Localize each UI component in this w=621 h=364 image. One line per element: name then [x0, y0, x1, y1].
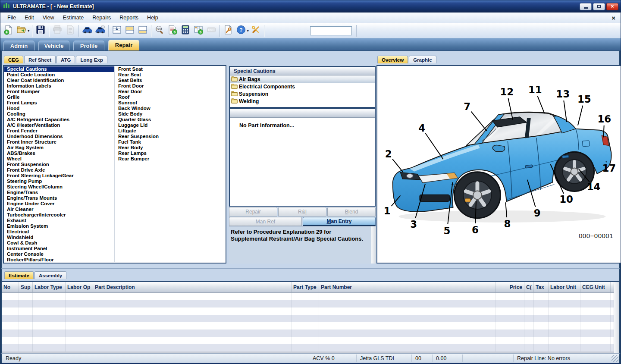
- folder-welding[interactable]: Welding: [230, 97, 375, 105]
- tab-overview[interactable]: Overview: [377, 56, 408, 63]
- calculator-button[interactable]: [179, 25, 191, 37]
- category-information-labels[interactable]: Information Labels: [4, 83, 114, 89]
- column-part-type[interactable]: Part Type: [292, 282, 319, 292]
- category-liftgate[interactable]: Liftgate: [116, 128, 225, 134]
- category-windshield[interactable]: Windshield: [4, 235, 114, 240]
- new-estimate-button[interactable]: [3, 25, 15, 37]
- callout-12[interactable]: 12: [500, 86, 514, 97]
- category-rear-seat[interactable]: Rear Seat: [116, 72, 225, 78]
- callout-8[interactable]: 8: [504, 218, 511, 229]
- category-front-lamps[interactable]: Front Lamps: [4, 100, 114, 106]
- note-scrollbar[interactable]: [371, 226, 376, 264]
- callout-3[interactable]: 3: [410, 219, 417, 230]
- tab-estimate[interactable]: Estimate: [4, 271, 34, 279]
- category-a-c-refrigerant-capacities[interactable]: A/C Refrigerant Capacities: [4, 117, 114, 122]
- column-no[interactable]: No: [2, 282, 19, 292]
- close-button[interactable]: ×: [606, 3, 618, 10]
- callout-5[interactable]: 5: [444, 225, 451, 236]
- minimize-button[interactable]: [580, 3, 592, 10]
- category-engine-trans[interactable]: Engine/Trans: [4, 190, 114, 195]
- toolbar-input[interactable]: [310, 26, 352, 35]
- category-front-steering-linkage-gear[interactable]: Front Steering Linkage/Gear: [4, 173, 114, 179]
- tab-ceg[interactable]: CEG: [4, 56, 23, 63]
- manual-entry-button[interactable]: [222, 25, 234, 37]
- category-seat-belts[interactable]: Seat Belts: [116, 78, 225, 83]
- category-fuel-tank[interactable]: Fuel Tank: [116, 139, 225, 145]
- estimate-row[interactable]: [2, 315, 614, 322]
- help-button[interactable]: ?: [235, 25, 247, 37]
- category-front-suspension[interactable]: Front Suspension: [4, 162, 114, 167]
- category-rear-lamps[interactable]: Rear Lamps: [116, 151, 225, 156]
- tab-ref-sheet[interactable]: Ref Sheet: [24, 56, 56, 63]
- category-instrument-panel[interactable]: Instrument Panel: [4, 246, 114, 251]
- category-front-door[interactable]: Front Door: [116, 83, 225, 89]
- category-air-bag-system[interactable]: Air Bag System: [4, 145, 114, 151]
- menu-help[interactable]: Help: [143, 13, 163, 22]
- category-front-drive-axle[interactable]: Front Drive Axle: [4, 167, 114, 173]
- estimate-row[interactable]: [2, 322, 614, 329]
- category-electrical[interactable]: Electrical: [4, 229, 114, 235]
- estimate-row[interactable]: [2, 344, 614, 351]
- category-center-console[interactable]: Center Console: [4, 251, 114, 257]
- category-rear-body[interactable]: Rear Body: [116, 145, 225, 151]
- tab-repair[interactable]: Repair: [108, 40, 139, 50]
- column-part-number[interactable]: Part Number: [319, 282, 496, 292]
- column-tax[interactable]: Tax: [534, 282, 549, 292]
- close-document-icon[interactable]: ×: [612, 14, 615, 22]
- category-side-body[interactable]: Side Body: [116, 111, 225, 117]
- category-rear-bumper[interactable]: Rear Bumper: [116, 156, 225, 162]
- category-emission-system[interactable]: Emission System: [4, 223, 114, 229]
- category-grille[interactable]: Grille: [4, 94, 114, 100]
- tab-graphic[interactable]: Graphic: [409, 56, 436, 63]
- column-labor-op[interactable]: Labor Op: [66, 282, 93, 292]
- callout-1[interactable]: 1: [384, 205, 391, 217]
- callout-14[interactable]: 14: [587, 181, 601, 192]
- category-exhaust[interactable]: Exhaust: [4, 218, 114, 223]
- column-part-description[interactable]: Part Description: [93, 282, 292, 292]
- tab-long-exp[interactable]: Long Exp: [76, 56, 107, 63]
- category-front-bumper[interactable]: Front Bumper: [4, 89, 114, 94]
- category-front-fender[interactable]: Front Fender: [4, 128, 114, 134]
- callout-11[interactable]: 11: [528, 84, 542, 95]
- column-ceg-unit[interactable]: CEG Unit: [580, 282, 611, 292]
- resize-grip[interactable]: [612, 355, 618, 362]
- category-engine-trans-mounts[interactable]: Engine/Trans Mounts: [4, 195, 114, 201]
- save-estimate-button[interactable]: [34, 25, 47, 37]
- category-paint-code-location[interactable]: Paint Code Location: [4, 72, 114, 78]
- category-engine-under-cover[interactable]: Engine Under Cover: [4, 201, 114, 207]
- vehicle-info-button[interactable]: [94, 25, 106, 37]
- callout-17[interactable]: 17: [602, 163, 616, 174]
- totals-button[interactable]: $: [192, 25, 204, 37]
- category-steering-pump[interactable]: Steering Pump: [4, 179, 114, 184]
- category-a-c-heater-ventilation[interactable]: A/C /Heater/Ventilation: [4, 122, 114, 128]
- menu-file[interactable]: File: [3, 13, 20, 22]
- category-air-cleaner[interactable]: Air Cleaner: [4, 207, 114, 212]
- window-split-button[interactable]: [111, 25, 123, 37]
- category-roof[interactable]: Roof: [116, 94, 225, 100]
- folder-electrical-components[interactable]: Electrical Components: [230, 83, 375, 90]
- category-rear-suspension[interactable]: Rear Suspension: [116, 134, 225, 139]
- category-cooling[interactable]: Cooling: [4, 111, 114, 117]
- category-abs-brakes[interactable]: ABS/Brakes: [4, 151, 114, 156]
- open-estimate-button[interactable]: [16, 25, 28, 37]
- category-hood[interactable]: Hood: [4, 106, 114, 111]
- menu-reports[interactable]: Reports: [115, 13, 143, 22]
- menu-view[interactable]: View: [38, 13, 59, 22]
- column-labor-type[interactable]: Labor Type: [33, 282, 66, 292]
- callout-9[interactable]: 9: [534, 207, 541, 219]
- menu-repairs[interactable]: Repairs: [88, 13, 115, 22]
- tab-vehicle[interactable]: Vehicle: [38, 41, 69, 50]
- category-steering-wheel-column[interactable]: Steering Wheel/Column: [4, 184, 114, 190]
- man-entry-button[interactable]: Man Entry: [303, 217, 376, 226]
- tab-admin[interactable]: Admin: [3, 41, 34, 50]
- category-turbocharger-intercooler[interactable]: Turbocharger/Intercooler: [4, 212, 114, 218]
- column-c[interactable]: C(: [524, 282, 534, 292]
- tab-atg[interactable]: ATG: [56, 56, 75, 63]
- estimate-row[interactable]: [2, 308, 614, 315]
- column-labor-unit[interactable]: Labor Unit: [549, 282, 580, 292]
- estimate-row[interactable]: [2, 329, 614, 337]
- callout-6[interactable]: 6: [472, 224, 479, 235]
- category-quarter-glass[interactable]: Quarter Glass: [116, 117, 225, 122]
- callout-10[interactable]: 10: [559, 194, 573, 205]
- help-dropdown-icon[interactable]: ▾: [247, 28, 249, 33]
